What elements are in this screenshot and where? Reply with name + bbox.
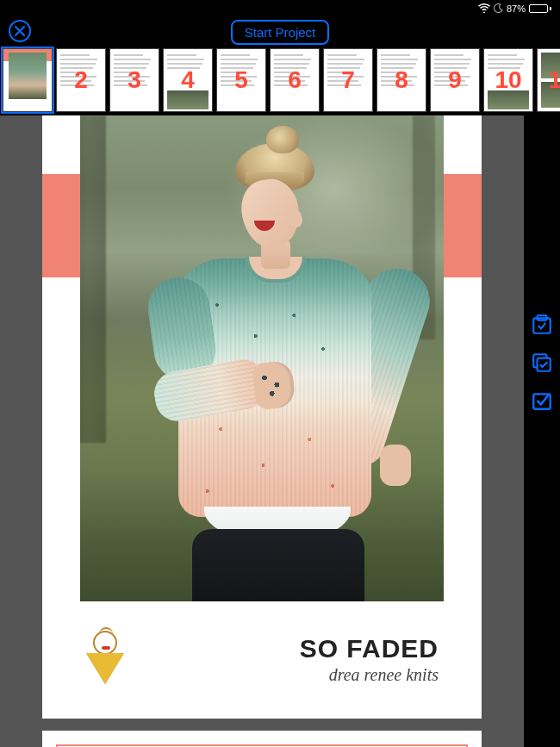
battery-percent: 87%: [507, 3, 526, 14]
page-number: 7: [341, 66, 355, 94]
page-thumb-4[interactable]: 4: [163, 48, 213, 112]
checkbox-icon: [531, 389, 553, 412]
cover-photo: [80, 115, 444, 601]
pattern-title: SO FADED: [300, 634, 439, 663]
close-button[interactable]: [9, 20, 31, 42]
page-number: 11: [548, 66, 560, 94]
page-thumb-2[interactable]: 2: [56, 48, 106, 112]
page-number: 3: [128, 66, 141, 94]
page-thumb-10[interactable]: 10: [483, 48, 533, 112]
page-number: 2: [74, 66, 88, 94]
close-icon: [15, 26, 25, 36]
page-number: 10: [495, 66, 521, 94]
page-thumb-11[interactable]: 11: [537, 48, 560, 112]
page-thumb-6[interactable]: 6: [270, 48, 320, 112]
pattern-author: drea renee knits: [300, 665, 439, 685]
side-toolbar: [524, 115, 560, 747]
page-number: 4: [181, 66, 195, 94]
page-thumb-3[interactable]: 3: [109, 48, 159, 112]
battery-icon: [529, 4, 551, 13]
page-number: 8: [395, 66, 408, 94]
page-thumb-1[interactable]: [3, 48, 53, 112]
page-thumb-8[interactable]: 8: [376, 48, 426, 112]
status-bar: 87%: [0, 0, 560, 17]
checklist-tool[interactable]: [531, 314, 553, 336]
toolbar: Start Project: [0, 17, 560, 47]
page-thumbnail-strip[interactable]: 2 3 4 5 6 7 8 9 10 11: [0, 47, 560, 115]
checklist-icon: [531, 314, 553, 336]
page-number: 9: [448, 66, 462, 94]
copy-check-tool[interactable]: [531, 352, 553, 374]
do-not-disturb-icon: [494, 3, 503, 15]
page-number: 5: [234, 66, 248, 94]
page-2-peek: [42, 731, 482, 747]
page-thumb-9[interactable]: 9: [430, 48, 480, 112]
brand-logo: [85, 631, 125, 688]
page-thumb-5[interactable]: 5: [216, 48, 266, 112]
start-project-button[interactable]: Start Project: [231, 20, 330, 45]
page-number: 6: [288, 66, 302, 94]
page-thumb-7[interactable]: 7: [323, 48, 373, 112]
wifi-icon: [478, 3, 490, 15]
page-1: SO FADED drea renee knits: [42, 115, 482, 719]
document-viewport[interactable]: SO FADED drea renee knits: [0, 115, 524, 747]
checkbox-tool[interactable]: [531, 389, 553, 412]
copy-check-icon: [531, 352, 553, 374]
